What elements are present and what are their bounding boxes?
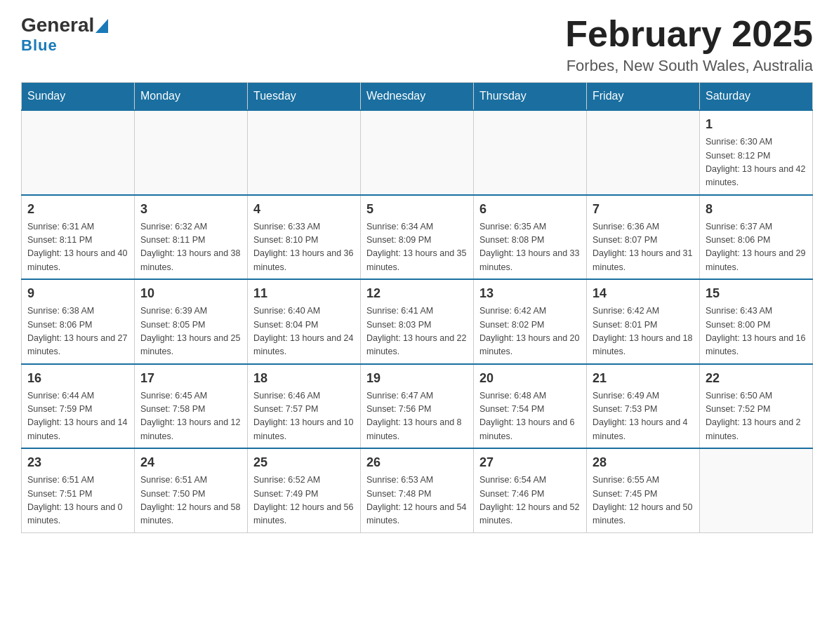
day-number: 16 (27, 369, 128, 388)
calendar-cell: 28Sunrise: 6:55 AMSunset: 7:45 PMDayligh… (587, 448, 700, 532)
day-info: Sunrise: 6:36 AMSunset: 8:07 PMDaylight:… (593, 220, 694, 275)
day-info: Sunrise: 6:34 AMSunset: 8:09 PMDaylight:… (366, 220, 468, 275)
day-number: 3 (140, 200, 241, 219)
day-number: 8 (706, 200, 807, 219)
calendar-week-row: 16Sunrise: 6:44 AMSunset: 7:59 PMDayligh… (22, 364, 813, 449)
day-info: Sunrise: 6:33 AMSunset: 8:10 PMDaylight:… (253, 220, 355, 275)
calendar-cell: 18Sunrise: 6:46 AMSunset: 7:57 PMDayligh… (248, 364, 361, 449)
calendar-cell: 17Sunrise: 6:45 AMSunset: 7:58 PMDayligh… (135, 364, 248, 449)
day-number: 25 (253, 453, 355, 472)
weekday-header-thursday: Thursday (474, 83, 587, 111)
month-title: February 2025 (565, 14, 813, 54)
calendar-cell: 21Sunrise: 6:49 AMSunset: 7:53 PMDayligh… (587, 364, 700, 449)
calendar-cell: 8Sunrise: 6:37 AMSunset: 8:06 PMDaylight… (700, 195, 813, 280)
calendar-cell: 12Sunrise: 6:41 AMSunset: 8:03 PMDayligh… (361, 279, 474, 364)
calendar-cell: 11Sunrise: 6:40 AMSunset: 8:04 PMDayligh… (248, 279, 361, 364)
location: Forbes, New South Wales, Australia (565, 57, 813, 75)
day-info: Sunrise: 6:41 AMSunset: 8:03 PMDaylight:… (366, 304, 468, 359)
calendar-cell: 2Sunrise: 6:31 AMSunset: 8:11 PMDaylight… (22, 195, 135, 280)
day-info: Sunrise: 6:51 AMSunset: 7:50 PMDaylight:… (140, 474, 241, 528)
weekday-header-row: SundayMondayTuesdayWednesdayThursdayFrid… (22, 83, 813, 111)
day-number: 7 (593, 200, 694, 219)
day-number: 24 (140, 453, 241, 472)
calendar-cell (361, 110, 474, 195)
logo-general-text: General (21, 14, 94, 36)
day-info: Sunrise: 6:53 AMSunset: 7:48 PMDaylight:… (366, 474, 468, 528)
weekday-header-monday: Monday (135, 83, 248, 111)
day-info: Sunrise: 6:42 AMSunset: 8:01 PMDaylight:… (593, 304, 694, 359)
day-info: Sunrise: 6:51 AMSunset: 7:51 PMDaylight:… (27, 474, 128, 528)
calendar-cell: 23Sunrise: 6:51 AMSunset: 7:51 PMDayligh… (22, 448, 135, 532)
calendar-table: SundayMondayTuesdayWednesdayThursdayFrid… (21, 82, 813, 533)
day-info: Sunrise: 6:38 AMSunset: 8:06 PMDaylight:… (27, 304, 128, 359)
calendar-week-row: 2Sunrise: 6:31 AMSunset: 8:11 PMDaylight… (22, 195, 813, 280)
day-number: 27 (479, 453, 581, 472)
day-number: 2 (27, 200, 128, 219)
day-number: 22 (706, 369, 807, 388)
day-info: Sunrise: 6:39 AMSunset: 8:05 PMDaylight:… (140, 304, 241, 359)
day-number: 13 (479, 284, 581, 303)
calendar-cell: 7Sunrise: 6:36 AMSunset: 8:07 PMDaylight… (587, 195, 700, 280)
day-info: Sunrise: 6:43 AMSunset: 8:00 PMDaylight:… (706, 304, 807, 359)
weekday-header-wednesday: Wednesday (361, 83, 474, 111)
day-number: 15 (706, 284, 807, 303)
day-info: Sunrise: 6:52 AMSunset: 7:49 PMDaylight:… (253, 474, 355, 528)
weekday-header-friday: Friday (587, 83, 700, 111)
calendar-cell: 16Sunrise: 6:44 AMSunset: 7:59 PMDayligh… (22, 364, 135, 449)
day-number: 9 (27, 284, 128, 303)
day-number: 14 (593, 284, 694, 303)
day-number: 10 (140, 284, 241, 303)
weekday-header-saturday: Saturday (700, 83, 813, 111)
day-number: 4 (253, 200, 355, 219)
day-info: Sunrise: 6:47 AMSunset: 7:56 PMDaylight:… (366, 389, 468, 444)
day-info: Sunrise: 6:45 AMSunset: 7:58 PMDaylight:… (140, 389, 241, 444)
calendar-cell (22, 110, 135, 195)
calendar-week-row: 1Sunrise: 6:30 AMSunset: 8:12 PMDaylight… (22, 110, 813, 195)
day-info: Sunrise: 6:49 AMSunset: 7:53 PMDaylight:… (593, 389, 694, 444)
calendar-cell: 24Sunrise: 6:51 AMSunset: 7:50 PMDayligh… (135, 448, 248, 532)
day-number: 1 (706, 115, 807, 134)
calendar-cell (248, 110, 361, 195)
day-number: 20 (479, 369, 581, 388)
svg-marker-0 (95, 19, 108, 33)
calendar-week-row: 9Sunrise: 6:38 AMSunset: 8:06 PMDaylight… (22, 279, 813, 364)
day-info: Sunrise: 6:55 AMSunset: 7:45 PMDaylight:… (593, 474, 694, 528)
day-number: 5 (366, 200, 468, 219)
calendar-cell: 6Sunrise: 6:35 AMSunset: 8:08 PMDaylight… (474, 195, 587, 280)
day-number: 19 (366, 369, 468, 388)
title-area: February 2025 Forbes, New South Wales, A… (565, 14, 813, 75)
day-info: Sunrise: 6:50 AMSunset: 7:52 PMDaylight:… (706, 389, 807, 444)
day-number: 28 (593, 453, 694, 472)
weekday-header-tuesday: Tuesday (248, 83, 361, 111)
day-number: 18 (253, 369, 355, 388)
calendar-cell (700, 448, 813, 532)
day-info: Sunrise: 6:46 AMSunset: 7:57 PMDaylight:… (253, 389, 355, 444)
calendar-cell: 19Sunrise: 6:47 AMSunset: 7:56 PMDayligh… (361, 364, 474, 449)
calendar-cell: 25Sunrise: 6:52 AMSunset: 7:49 PMDayligh… (248, 448, 361, 532)
calendar-cell (587, 110, 700, 195)
day-info: Sunrise: 6:48 AMSunset: 7:54 PMDaylight:… (479, 389, 581, 444)
day-info: Sunrise: 6:30 AMSunset: 8:12 PMDaylight:… (706, 135, 807, 190)
day-info: Sunrise: 6:42 AMSunset: 8:02 PMDaylight:… (479, 304, 581, 359)
calendar-cell: 3Sunrise: 6:32 AMSunset: 8:11 PMDaylight… (135, 195, 248, 280)
day-info: Sunrise: 6:31 AMSunset: 8:11 PMDaylight:… (27, 220, 128, 275)
calendar-cell: 9Sunrise: 6:38 AMSunset: 8:06 PMDaylight… (22, 279, 135, 364)
day-number: 26 (366, 453, 468, 472)
calendar-cell (135, 110, 248, 195)
page-header: General Blue February 2025 Forbes, New S… (21, 14, 813, 75)
day-info: Sunrise: 6:40 AMSunset: 8:04 PMDaylight:… (253, 304, 355, 359)
logo-blue-text: Blue (21, 36, 58, 55)
weekday-header-sunday: Sunday (22, 83, 135, 111)
day-info: Sunrise: 6:54 AMSunset: 7:46 PMDaylight:… (479, 474, 581, 528)
calendar-cell: 5Sunrise: 6:34 AMSunset: 8:09 PMDaylight… (361, 195, 474, 280)
day-number: 21 (593, 369, 694, 388)
calendar-cell: 13Sunrise: 6:42 AMSunset: 8:02 PMDayligh… (474, 279, 587, 364)
day-number: 23 (27, 453, 128, 472)
calendar-cell: 10Sunrise: 6:39 AMSunset: 8:05 PMDayligh… (135, 279, 248, 364)
calendar-cell (474, 110, 587, 195)
day-info: Sunrise: 6:44 AMSunset: 7:59 PMDaylight:… (27, 389, 128, 444)
calendar-cell: 4Sunrise: 6:33 AMSunset: 8:10 PMDaylight… (248, 195, 361, 280)
calendar-cell: 22Sunrise: 6:50 AMSunset: 7:52 PMDayligh… (700, 364, 813, 449)
calendar-cell: 27Sunrise: 6:54 AMSunset: 7:46 PMDayligh… (474, 448, 587, 532)
day-number: 11 (253, 284, 355, 303)
